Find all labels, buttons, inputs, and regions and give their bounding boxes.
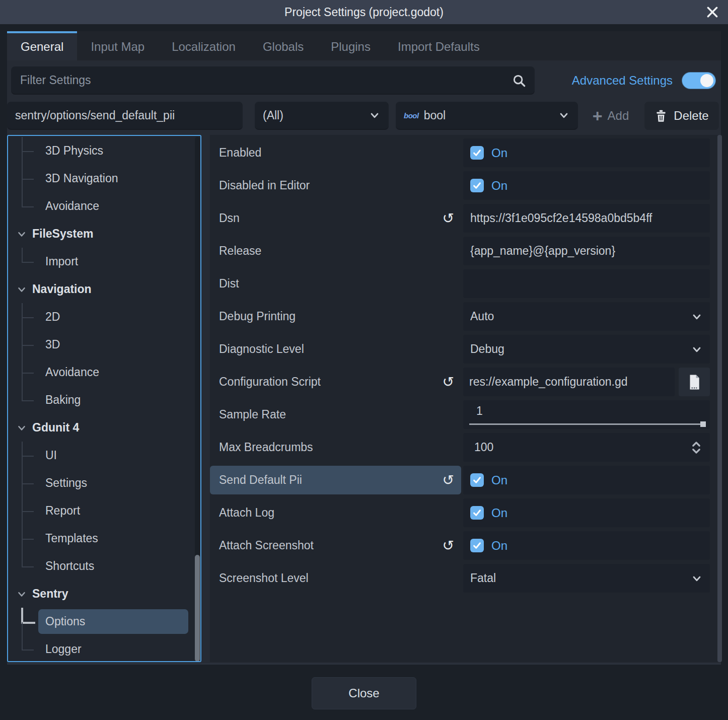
setting-label-area: Disabled in Editor bbox=[210, 171, 461, 200]
advanced-settings-toggle[interactable] bbox=[682, 72, 716, 89]
tree-guide bbox=[22, 635, 23, 650]
checkbox-enabled[interactable] bbox=[470, 146, 484, 160]
sidebar-item-templates[interactable]: Templates bbox=[8, 525, 194, 552]
setting-value-area[interactable]: Auto bbox=[463, 302, 710, 331]
close-icon[interactable] bbox=[704, 4, 721, 21]
setting-value-area[interactable]: On bbox=[463, 138, 710, 167]
sidebar-item-avoidance[interactable]: Avoidance bbox=[8, 358, 194, 386]
setting-label: Max Breadcrumbs bbox=[219, 441, 313, 454]
setting-value-area[interactable]: 1 bbox=[463, 400, 710, 429]
checkbox-state-label: On bbox=[491, 179, 507, 193]
setting-value-area[interactable]: {app_name}@{app_version} bbox=[463, 237, 710, 265]
sidebar-item-settings[interactable]: Settings bbox=[8, 469, 194, 497]
add-button[interactable]: + Add bbox=[586, 102, 635, 130]
tree-guide bbox=[22, 248, 23, 262]
sidebar-item-3d-physics[interactable]: 3D Physics bbox=[8, 137, 194, 165]
checkbox-state-label: On bbox=[491, 539, 507, 553]
chevron-down-icon[interactable] bbox=[16, 229, 27, 240]
tab-general[interactable]: General bbox=[7, 31, 77, 60]
chevron-down-icon bbox=[369, 109, 381, 121]
tree-guide bbox=[22, 151, 34, 152]
search-input[interactable] bbox=[11, 66, 535, 95]
delete-button[interactable]: Delete bbox=[644, 102, 719, 130]
filter-row: Advanced Settings bbox=[11, 66, 719, 95]
chevron-down-icon[interactable] bbox=[16, 284, 27, 295]
sidebar-item-label: 3D bbox=[45, 338, 60, 351]
slider-handle[interactable] bbox=[700, 421, 706, 427]
sidebar-item-sentry[interactable]: Sentry bbox=[8, 580, 194, 608]
tab-globals[interactable]: Globals bbox=[249, 31, 317, 60]
setting-value-area[interactable]: On bbox=[463, 466, 710, 494]
setting-value-area[interactable]: https://3f1e095cf2e14598a0bd5b4ff bbox=[463, 204, 710, 233]
chevron-down-icon[interactable] bbox=[16, 422, 27, 434]
sidebar-item-navigation[interactable]: Navigation bbox=[8, 275, 194, 303]
sidebar-item-label: Options bbox=[45, 615, 85, 628]
checkbox-send-default-pii[interactable] bbox=[470, 473, 484, 487]
dialog-title: Project Settings (project.godot) bbox=[284, 6, 444, 19]
sidebar-item-label: Gdunit 4 bbox=[32, 421, 79, 435]
setting-label: Screenshot Level bbox=[219, 571, 309, 585]
spinner-updown-icon[interactable] bbox=[690, 440, 703, 455]
property-name-input[interactable] bbox=[7, 102, 243, 130]
setting-label-area: Screenshot Level bbox=[210, 564, 461, 593]
sidebar-item-logger[interactable]: Logger bbox=[8, 635, 194, 662]
setting-label-area: Attach Screenshot↺ bbox=[210, 531, 461, 560]
setting-value-area[interactable]: Debug bbox=[463, 335, 710, 364]
sidebar-item-gdunit-4[interactable]: Gdunit 4 bbox=[8, 414, 194, 442]
sidebar-item-shortcuts[interactable]: Shortcuts bbox=[8, 552, 194, 580]
category-dropdown[interactable]: (All) bbox=[255, 102, 389, 130]
setting-value-area[interactable]: Fatal bbox=[463, 564, 710, 593]
tab-plugins[interactable]: Plugins bbox=[317, 31, 384, 60]
chevron-down-icon[interactable] bbox=[691, 572, 703, 585]
sidebar-item-options[interactable]: Options bbox=[8, 608, 194, 635]
sidebar-item-baking[interactable]: Baking bbox=[8, 386, 194, 414]
setting-value-area[interactable]: 100 bbox=[463, 433, 710, 462]
setting-value-area[interactable]: On bbox=[463, 498, 710, 527]
setting-label: Attach Screenshot bbox=[219, 539, 314, 552]
close-button[interactable]: Close bbox=[312, 677, 416, 709]
sidebar-item-filesystem[interactable]: FileSystem bbox=[8, 220, 194, 248]
type-dropdown[interactable]: bool bool bbox=[396, 102, 578, 130]
sidebar-item-avoidance[interactable]: Avoidance bbox=[8, 192, 194, 220]
sidebar-item-3d[interactable]: 3D bbox=[8, 331, 194, 358]
slider-track[interactable] bbox=[469, 423, 704, 425]
setting-label-area: Dsn↺ bbox=[210, 204, 461, 233]
sidebar-item-label: Shortcuts bbox=[45, 559, 94, 573]
setting-value: Debug bbox=[470, 342, 691, 356]
sidebar-item-label: 2D bbox=[45, 310, 60, 324]
tab-input-map[interactable]: Input Map bbox=[77, 31, 158, 60]
sidebar-item-3d-navigation[interactable]: 3D Navigation bbox=[8, 165, 194, 192]
setting-row-attach-screenshot: Attach Screenshot↺On bbox=[210, 530, 719, 561]
plus-icon: + bbox=[593, 107, 603, 124]
sidebar-scrollbar-thumb[interactable] bbox=[195, 555, 200, 662]
x-glyph bbox=[706, 6, 719, 19]
revert-icon[interactable]: ↺ bbox=[443, 211, 454, 226]
chevron-down-icon[interactable] bbox=[16, 589, 27, 600]
settings-scrollbar-thumb[interactable] bbox=[717, 135, 722, 662]
tab-import-defaults[interactable]: Import Defaults bbox=[384, 31, 493, 60]
sidebar-item-label: FileSystem bbox=[32, 227, 93, 241]
chevron-down-icon[interactable] bbox=[691, 311, 703, 323]
checkbox-disabled-in-editor[interactable] bbox=[470, 179, 484, 192]
tab-label: Localization bbox=[172, 40, 236, 54]
checkbox-attach-log[interactable] bbox=[470, 506, 484, 520]
sidebar-item-report[interactable]: Report bbox=[8, 497, 194, 525]
script-path-field[interactable]: res://example_configuration.gd bbox=[463, 368, 675, 396]
sidebar-item-2d[interactable]: 2D bbox=[8, 303, 194, 331]
revert-icon[interactable]: ↺ bbox=[443, 473, 454, 487]
sidebar-item-import[interactable]: Import bbox=[8, 248, 194, 275]
setting-value-area[interactable] bbox=[463, 269, 710, 298]
revert-icon[interactable]: ↺ bbox=[443, 539, 454, 553]
script-button[interactable] bbox=[679, 368, 710, 396]
search-icon bbox=[512, 73, 527, 88]
slider-value: 1 bbox=[476, 404, 483, 418]
chevron-down-icon[interactable] bbox=[691, 343, 703, 355]
checkbox-attach-screenshot[interactable] bbox=[470, 539, 484, 552]
sidebar-item-ui[interactable]: UI bbox=[8, 442, 194, 469]
revert-icon[interactable]: ↺ bbox=[443, 375, 454, 389]
tab-localization[interactable]: Localization bbox=[158, 31, 249, 60]
setting-value-area[interactable]: On bbox=[463, 171, 710, 200]
setting-value-area[interactable]: On bbox=[463, 531, 710, 560]
tree-guide bbox=[22, 345, 34, 346]
setting-row-release: Release{app_name}@{app_version} bbox=[210, 235, 719, 267]
